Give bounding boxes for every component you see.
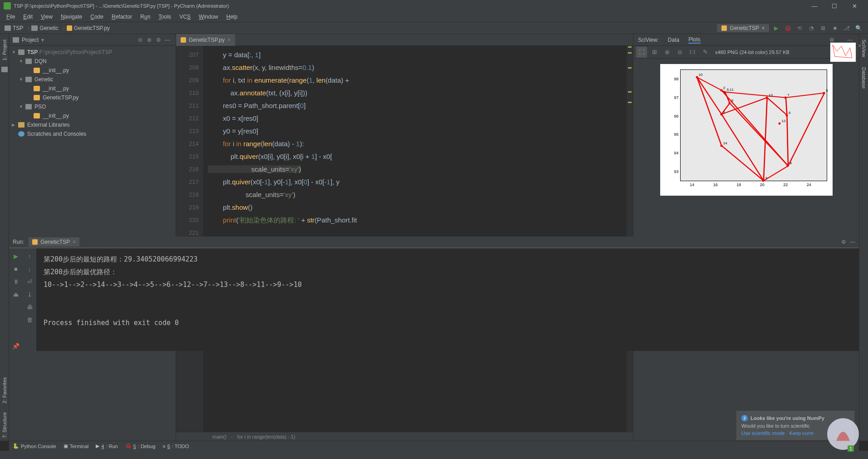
- menu-refactor[interactable]: Refactor: [108, 13, 136, 21]
- rerun-button[interactable]: ▶: [11, 251, 21, 261]
- soft-wrap-button[interactable]: ⏎: [25, 276, 34, 286]
- collapse-all-button[interactable]: ⊖: [136, 35, 145, 44]
- menu-vcs[interactable]: VCS: [176, 13, 194, 21]
- tree-genetic-file[interactable]: GeneticTSP.py: [9, 93, 176, 102]
- menu-navigate[interactable]: Navigate: [57, 13, 86, 21]
- crumb-main[interactable]: main(): [212, 434, 226, 439]
- svg-line-14: [785, 93, 824, 98]
- profile-button[interactable]: ◔: [806, 23, 816, 33]
- maximize-button[interactable]: ☐: [824, 0, 844, 12]
- run-panel: ▶ ■ ⏸ ⏏ 📌 ↑ ↓ ⏎ ⤓ 🖶 🗑 第200步后的最短的路程：29.34…: [9, 247, 859, 351]
- scroll-end-button[interactable]: ⤓: [25, 289, 34, 299]
- tab-debug[interactable]: 🐞 5: Debug: [125, 443, 156, 449]
- editor-tab-genetictsp[interactable]: GeneticTSP.py×: [176, 34, 235, 46]
- tree-pso-init[interactable]: __init__.py: [9, 111, 176, 120]
- svg-line-4: [725, 92, 785, 98]
- close-button[interactable]: ✕: [844, 0, 864, 12]
- menu-help[interactable]: Help: [223, 13, 241, 21]
- zoom-out-button[interactable]: ⊖: [674, 47, 685, 58]
- stop-button[interactable]: ■: [830, 23, 840, 33]
- tree-root[interactable]: ▼TSP F:\projects\PythonProject\TSP: [9, 48, 176, 57]
- search-button[interactable]: 🔍: [853, 23, 863, 33]
- clear-button[interactable]: 🗑: [25, 315, 34, 325]
- tab-run[interactable]: ▶ 4: Run: [96, 443, 118, 449]
- editor-tabs: GeneticTSP.py×: [176, 34, 633, 46]
- rail-project[interactable]: 1: Project: [1, 37, 8, 63]
- print-button[interactable]: 🖶: [25, 302, 34, 312]
- run-button[interactable]: ▶: [771, 23, 781, 33]
- run-tab[interactable]: GeneticTSP×: [29, 237, 79, 247]
- plot-thumbnail[interactable]: ×: [830, 42, 856, 62]
- svg-line-18: [721, 114, 764, 181]
- run-hide-button[interactable]: —: [850, 239, 855, 245]
- rail-database[interactable]: Database: [860, 64, 868, 91]
- sciview-label: SciView:: [638, 37, 659, 43]
- tab-todo[interactable]: ≡ 6: TODO: [162, 444, 189, 449]
- image-meta: x480 PNG (24-bit color) 29.57 KB: [715, 49, 790, 55]
- menu-tools[interactable]: Tools: [155, 13, 175, 21]
- tree-dqn[interactable]: ▼DQN: [9, 57, 176, 66]
- rail-favorites[interactable]: 2: Favorites: [1, 375, 8, 406]
- run-tab-close-icon[interactable]: ×: [73, 239, 76, 245]
- thumb-close-icon[interactable]: ×: [858, 43, 861, 49]
- svg-line-1: [697, 77, 721, 145]
- menu-code[interactable]: Code: [87, 13, 107, 21]
- run-panel-header: Run: GeneticTSP× ⚙ —: [9, 237, 859, 247]
- notif-link-scientific[interactable]: Use scientific mode: [741, 430, 785, 436]
- crumb-for[interactable]: for i in range(len(data) - 1): [237, 434, 295, 439]
- svg-line-11: [721, 146, 764, 181]
- menu-edit[interactable]: Edit: [20, 13, 36, 21]
- status-bar: [0, 451, 868, 459]
- up-button[interactable]: ↑: [25, 251, 34, 261]
- notif-link-keep[interactable]: Keep curre: [789, 430, 814, 436]
- crumb-file[interactable]: GeneticTSP.py: [67, 25, 110, 31]
- menu-run[interactable]: Run: [137, 13, 154, 21]
- tree-dqn-init[interactable]: __init__.py: [9, 66, 176, 75]
- stop-button[interactable]: ■: [11, 264, 21, 274]
- rail-structure[interactable]: 7: Structure: [1, 410, 8, 441]
- tab-python-console[interactable]: 🐍 Python Console: [13, 443, 56, 449]
- settings-icon[interactable]: ⚙: [154, 35, 163, 44]
- tree-genetic-init[interactable]: __init__.py: [9, 84, 176, 93]
- mascot-overlay: 1: [823, 414, 863, 454]
- crumb-genetic[interactable]: Genetic: [31, 25, 58, 31]
- left-tool-rail: 1: Project 2: Favorites 7: Structure: [0, 34, 9, 441]
- sciview-tab-plots[interactable]: Plots: [688, 36, 701, 44]
- tab-terminal[interactable]: ▣ Terminal: [64, 443, 89, 449]
- exit-button[interactable]: ⏏: [11, 289, 21, 299]
- sciview-tab-data[interactable]: Data: [668, 37, 679, 43]
- close-tab-icon[interactable]: ×: [227, 37, 230, 43]
- tree-ext-libs[interactable]: ▶External Libraries: [9, 120, 176, 129]
- tree-scratches[interactable]: Scratches and Consoles: [9, 129, 176, 138]
- run-output[interactable]: 第200步后的最短的路程：29.340520066994223 第200步后的最…: [36, 248, 859, 351]
- menu-file[interactable]: File: [3, 13, 19, 21]
- down-button[interactable]: ↓: [25, 264, 34, 274]
- run-label: Run:: [13, 239, 24, 245]
- vcs-button[interactable]: ⎇: [842, 23, 852, 33]
- tree-pso[interactable]: ▼PSO: [9, 102, 176, 111]
- coverage-button[interactable]: ⟲: [794, 23, 804, 33]
- svg-line-16: [767, 98, 787, 115]
- run-configuration-selector[interactable]: GeneticTSP▾: [717, 24, 769, 32]
- files-icon[interactable]: [1, 67, 8, 72]
- crumb-root[interactable]: TSP: [5, 25, 23, 31]
- pause-button[interactable]: ⏸: [11, 276, 21, 286]
- concurrency-button[interactable]: ⊞: [818, 23, 828, 33]
- chart[interactable]: 939495969798141618202224101142356789,111…: [660, 64, 833, 196]
- fit-button[interactable]: ⛶: [636, 47, 647, 58]
- minimize-button[interactable]: —: [804, 0, 824, 12]
- pin-button[interactable]: 📌: [11, 341, 21, 351]
- menu-window[interactable]: Window: [195, 13, 222, 21]
- ratio-button[interactable]: 1:1: [687, 47, 698, 58]
- grid-button[interactable]: ⊞: [649, 47, 660, 58]
- run-settings-icon[interactable]: ⚙: [841, 239, 846, 245]
- menu-view[interactable]: View: [37, 13, 56, 21]
- color-picker-button[interactable]: ✎: [700, 47, 711, 58]
- zoom-in-button[interactable]: ⊕: [662, 47, 672, 58]
- hide-panel-button[interactable]: —: [163, 35, 172, 44]
- find-button[interactable]: ⊕: [145, 35, 154, 44]
- debug-button[interactable]: 🐞: [783, 23, 793, 33]
- info-icon: i: [741, 415, 748, 421]
- tree-genetic[interactable]: ▼Genetic: [9, 75, 176, 84]
- svg-line-13: [788, 93, 824, 166]
